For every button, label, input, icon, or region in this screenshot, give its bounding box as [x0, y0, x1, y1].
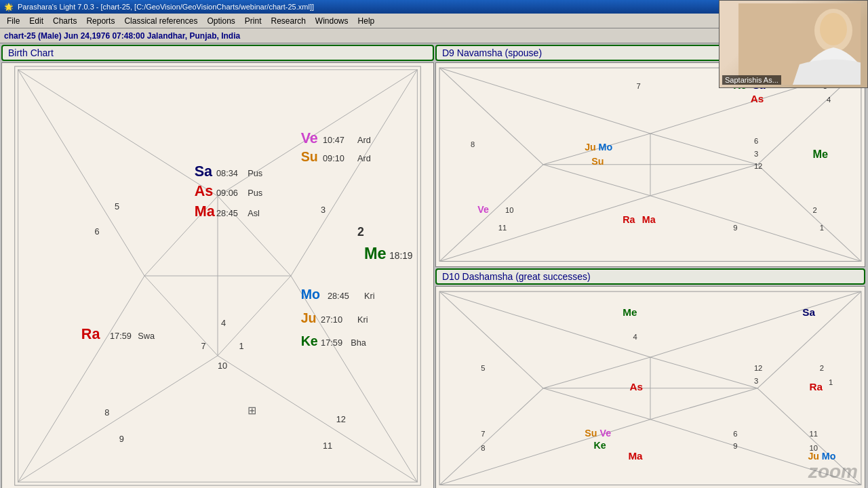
svg-text:8: 8	[104, 407, 109, 418]
menu-charts[interactable]: Charts	[49, 15, 81, 27]
svg-text:7: 7	[637, 82, 641, 90]
app-title: Parashara's Light 7.0.3 - [chart-25, [C:…	[18, 3, 314, 11]
webcam-overlay: Saptarishis As...	[719, 0, 868, 88]
right-panels: D9 Navamsha (spouse)	[435, 45, 865, 487]
svg-text:Ve: Ve	[600, 428, 612, 439]
menu-help[interactable]: Help	[354, 15, 379, 27]
chart-info: chart-25 (Male) Jun 24,1976 07:48:00 Jal…	[4, 31, 240, 41]
svg-text:3: 3	[754, 150, 758, 158]
svg-text:10:47: 10:47	[323, 135, 344, 145]
svg-text:Ju: Ju	[808, 450, 819, 461]
svg-point-2	[820, 13, 847, 45]
planet-ve: Ve	[301, 129, 318, 146]
svg-text:Su: Su	[585, 428, 597, 439]
menu-file[interactable]: File	[3, 15, 24, 27]
svg-text:3: 3	[754, 376, 758, 384]
svg-text:As: As	[629, 380, 643, 392]
svg-text:⊞: ⊞	[248, 405, 256, 416]
svg-text:8: 8	[481, 443, 485, 451]
webcam-name-label: Saptarishis As...	[722, 75, 781, 85]
svg-text:12: 12	[754, 364, 762, 372]
planet-ma: Ma	[195, 203, 216, 220]
svg-text:4: 4	[633, 333, 637, 341]
birth-chart-svg: Ve 10:47 Ard Su 09:10 Ard 3 2 Me 18:19	[2, 63, 433, 488]
svg-text:1: 1	[829, 378, 833, 386]
planet-me: Me	[364, 245, 387, 262]
d10-chart-container: Me Sa 4 5 As 2 1 12 3	[435, 286, 865, 488]
d10-title: D10 Dashamsha (great successes)	[435, 268, 865, 285]
svg-text:12: 12	[754, 162, 762, 170]
svg-text:Ard: Ard	[357, 135, 371, 145]
svg-text:Su: Su	[591, 156, 604, 167]
planet-mo: Mo	[301, 287, 320, 302]
menu-research[interactable]: Research	[267, 15, 310, 27]
main-content: Birth Chart	[0, 43, 868, 488]
svg-text:6: 6	[733, 430, 737, 438]
svg-text:12: 12	[336, 414, 346, 424]
svg-text:4: 4	[221, 318, 226, 328]
planet-ra: Ra	[81, 325, 101, 342]
menu-print[interactable]: Print	[241, 15, 266, 27]
svg-text:Mo: Mo	[599, 142, 613, 152]
svg-text:1: 1	[820, 224, 824, 232]
menu-options[interactable]: Options	[203, 15, 239, 27]
svg-text:09:10: 09:10	[323, 153, 344, 163]
svg-text:18:19: 18:19	[389, 251, 412, 261]
svg-text:6: 6	[94, 226, 99, 237]
svg-text:2: 2	[357, 225, 364, 239]
d9-chart-svg: 7 Ke Sa As 8 Ju Mo Su 6 3 12	[436, 63, 865, 266]
svg-text:10: 10	[218, 361, 227, 371]
birth-chart-container: Ve 10:47 Ard Su 09:10 Ard 3 2 Me 18:19	[1, 62, 434, 488]
planet-ju: Ju	[301, 310, 317, 325]
webcam-video	[719, 1, 867, 87]
svg-text:Ra: Ra	[809, 380, 823, 392]
svg-text:17:59: 17:59	[110, 331, 132, 341]
svg-text:Ra: Ra	[623, 214, 635, 225]
svg-text:9: 9	[733, 442, 737, 450]
svg-text:Swa: Swa	[138, 331, 155, 341]
svg-text:Ma: Ma	[642, 214, 656, 225]
svg-text:10: 10	[505, 206, 513, 214]
svg-text:4: 4	[827, 96, 831, 104]
svg-text:As: As	[751, 93, 764, 104]
svg-text:Ma: Ma	[628, 449, 643, 461]
planet-su: Su	[301, 149, 318, 164]
svg-text:Me: Me	[623, 306, 637, 317]
svg-text:2: 2	[820, 364, 824, 372]
svg-text:11: 11	[323, 441, 332, 451]
menu-edit[interactable]: Edit	[25, 15, 47, 27]
planet-as: As	[195, 182, 214, 199]
birth-chart-title: Birth Chart	[1, 45, 434, 61]
svg-text:Pus: Pus	[248, 168, 262, 178]
svg-text:28:45: 28:45	[328, 291, 349, 301]
svg-text:Ard: Ard	[357, 153, 371, 163]
menu-reports[interactable]: Reports	[82, 15, 119, 27]
zoom-watermark: zoom	[808, 461, 858, 483]
svg-text:9: 9	[119, 434, 124, 444]
svg-text:Sa: Sa	[802, 306, 815, 317]
menu-windows[interactable]: Windows	[311, 15, 353, 27]
svg-text:2: 2	[813, 206, 817, 214]
svg-text:Mo: Mo	[822, 450, 836, 461]
svg-text:11: 11	[498, 224, 507, 232]
svg-text:09:06: 09:06	[216, 188, 238, 198]
svg-text:Ve: Ve	[477, 204, 489, 215]
svg-text:8: 8	[471, 140, 475, 148]
menu-classical-references[interactable]: Classical references	[120, 15, 201, 27]
svg-text:Bha: Bha	[351, 338, 367, 348]
svg-text:9: 9	[733, 224, 737, 232]
svg-text:5: 5	[115, 201, 119, 211]
svg-text:6: 6	[754, 137, 758, 145]
d10-chart-svg: Me Sa 4 5 As 2 1 12 3	[436, 287, 865, 488]
svg-text:17:59: 17:59	[321, 338, 342, 348]
d9-chart-container: 7 Ke Sa As 8 Ju Mo Su 6 3 12	[435, 62, 865, 267]
svg-text:7: 7	[481, 430, 485, 438]
svg-text:3: 3	[321, 205, 326, 215]
svg-text:Asl: Asl	[248, 208, 260, 218]
svg-text:Kri: Kri	[364, 291, 375, 301]
svg-text:Pus: Pus	[248, 188, 262, 198]
svg-text:Me: Me	[813, 148, 829, 160]
svg-text:08:34: 08:34	[216, 168, 238, 178]
svg-text:27:10: 27:10	[321, 314, 342, 325]
svg-text:11: 11	[809, 430, 817, 438]
